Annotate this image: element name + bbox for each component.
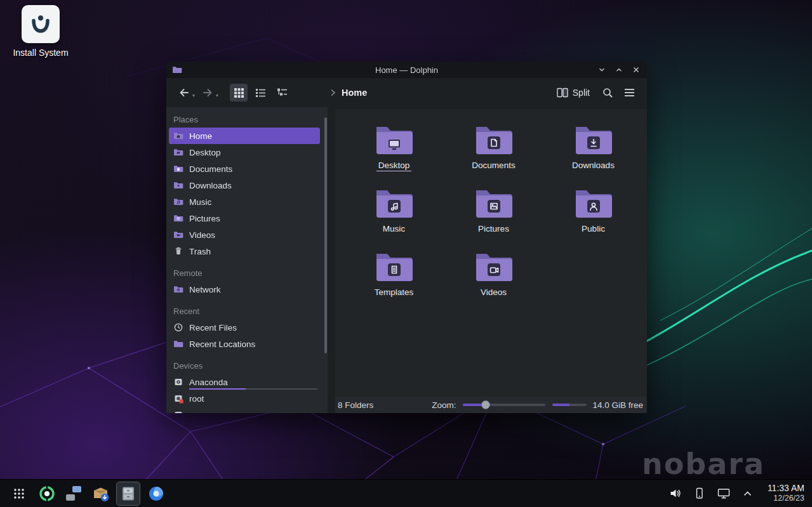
back-button[interactable] [175,84,193,102]
display-settings-icon[interactable] [714,484,733,503]
documents-folder-icon [474,123,514,156]
hamburger-icon [624,88,635,97]
pictures-folder-icon [474,187,514,220]
sidebar-item-home[interactable]: Home [169,128,320,144]
close-button[interactable] [632,65,641,74]
titlebar[interactable]: Home — Dolphin [166,62,647,78]
tray-expand-button[interactable] [738,484,757,503]
split-button[interactable]: Split [552,85,595,100]
software-updates-button[interactable] [89,482,112,505]
folder-music[interactable]: Music [344,183,444,246]
minimize-button[interactable] [597,65,606,74]
nobara-watermark: nobara [642,447,765,481]
sidebar-item-desktop[interactable]: Desktop [169,144,320,161]
sidebar-item-recent-locations[interactable]: Recent Locations [169,336,320,352]
pager-widget[interactable] [62,482,85,505]
sidebar-item-pictures[interactable]: Pictures [169,210,320,227]
sidebar-item-label: Anaconda [189,378,228,387]
sidebar-item-anaconda[interactable]: Anaconda [169,374,320,390]
icons-view-button[interactable] [230,84,248,102]
sidebar-item-recent-files[interactable]: Recent Files [169,319,320,336]
sidebar-item-downloads[interactable]: Downloads [169,177,320,194]
zoom-slider-handle[interactable] [481,400,490,409]
compact-view-button[interactable] [251,84,269,102]
toolbar: ▾ ▾ [166,78,647,107]
sidebar-item-music[interactable]: Music [169,194,320,210]
sidebar-item-label: Recent Locations [189,339,255,349]
folder-public[interactable]: Public [543,183,643,246]
free-space-text: 14.0 GiB free [592,400,643,410]
browser-task-button[interactable] [145,482,168,505]
forward-dropdown-caret[interactable]: ▾ [216,93,218,98]
folder-network-icon [173,284,183,294]
clock-time: 11:33 AM [768,483,804,494]
sidebar-item-network[interactable]: Network [169,281,320,298]
breadcrumb-location[interactable]: Home [342,88,367,98]
folder-view[interactable]: DesktopDocumentsDownloadsMusicPicturesPu… [335,109,647,397]
public-folder-icon [573,187,614,220]
sidebar-item-label: root [189,394,204,404]
install-system-label: Install System [9,48,72,58]
chevron-up-icon [743,490,752,497]
folder-templates[interactable]: Templates [344,246,444,310]
folder-desktop-icon [173,147,183,157]
pager-icon [64,484,83,503]
desktop: Install System nobara Home — Dolphin [0,0,812,507]
back-dropdown-caret[interactable]: ▾ [192,93,195,98]
folder-desktop[interactable]: Desktop [344,119,444,183]
breadcrumb[interactable]: Home [330,88,367,98]
folder-downloads[interactable]: Downloads [543,119,643,183]
sidebar-item-label: Documents [189,164,232,174]
drive-icon [173,377,183,387]
downloads-folder-icon [573,123,614,156]
folder-pictures-icon [173,213,183,223]
forward-button[interactable] [199,84,216,102]
sidebar-section-header-places: Places [166,111,323,128]
sidebar-scrollbar[interactable] [324,117,327,353]
sidebar-item-documents[interactable]: Documents [169,161,320,177]
details-view-button[interactable] [273,84,291,102]
device-connect-icon[interactable] [690,484,709,503]
folder-pictures[interactable]: Pictures [444,183,543,246]
folder-label: Templates [373,287,416,298]
menu-button[interactable] [620,84,638,102]
nobara-welcome-button[interactable] [36,482,58,505]
folder-videos[interactable]: Videos [444,246,543,310]
folder-label: Pictures [476,224,511,234]
folder-documents[interactable]: Documents [444,119,543,183]
sidebar-section-header-recent: Recent [166,303,323,319]
volume-icon[interactable] [666,484,685,503]
split-label: Split [573,88,590,98]
folder-label: Documents [470,161,517,171]
install-system-shortcut[interactable]: Install System [9,5,72,58]
folder-label: Desktop [376,161,412,171]
maximize-button[interactable] [615,65,623,74]
split-view-icon [557,88,568,98]
items-count: 8 Folders [338,400,373,410]
app-grid-icon [13,487,25,500]
sidebar-item-partial[interactable] [169,407,320,413]
app-launcher-button[interactable] [8,482,30,505]
search-button[interactable] [599,84,616,102]
window-title: Home — Dolphin [166,65,647,75]
sidebar-item-label: Desktop [189,148,221,157]
trash-icon [173,246,183,256]
templates-folder-icon [374,250,415,283]
folder-recent-icon [173,339,183,349]
clock-widget[interactable]: 11:33 AM 12/26/23 [768,483,804,504]
dolphin-task-button[interactable] [117,482,140,505]
folder-music-icon [173,197,183,207]
sidebar-item-label: Trash [189,247,211,256]
folder-documents-icon [173,164,183,174]
sidebar-item-trash[interactable]: Trash [169,243,320,260]
sidebar-item-videos[interactable]: Videos [169,227,320,243]
folder-label: Public [580,224,607,234]
dolphin-window: Home — Dolphin ▾ [166,62,647,413]
browser-icon [148,485,164,502]
folder-label: Downloads [570,161,616,171]
sidebar-item-root[interactable]: root [169,390,320,407]
zoom-slider[interactable] [463,400,545,410]
device-usage-bar [189,388,317,390]
nobara-logo-icon [38,485,56,503]
package-update-icon [92,485,109,502]
